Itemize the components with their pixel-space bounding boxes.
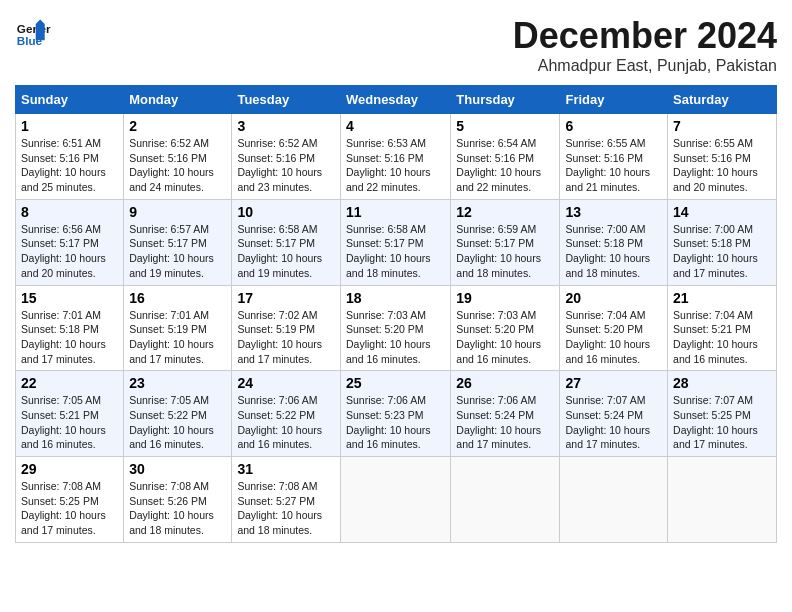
day-info: Sunrise: 7:08 AMSunset: 5:26 PMDaylight:… [129, 480, 214, 536]
day-info: Sunrise: 7:03 AMSunset: 5:20 PMDaylight:… [456, 309, 541, 365]
day-info: Sunrise: 6:55 AMSunset: 5:16 PMDaylight:… [565, 137, 650, 193]
day-number: 19 [456, 290, 554, 306]
weekday-header-sunday: Sunday [16, 86, 124, 114]
day-number: 5 [456, 118, 554, 134]
week-row-2: 8 Sunrise: 6:56 AMSunset: 5:17 PMDayligh… [16, 199, 777, 285]
calendar-cell: 24 Sunrise: 7:06 AMSunset: 5:22 PMDaylig… [232, 371, 341, 457]
logo: General Blue [15, 15, 55, 51]
day-info: Sunrise: 6:52 AMSunset: 5:16 PMDaylight:… [237, 137, 322, 193]
day-info: Sunrise: 7:04 AMSunset: 5:20 PMDaylight:… [565, 309, 650, 365]
calendar-cell [340, 457, 450, 543]
calendar-cell: 11 Sunrise: 6:58 AMSunset: 5:17 PMDaylig… [340, 199, 450, 285]
day-info: Sunrise: 7:05 AMSunset: 5:21 PMDaylight:… [21, 394, 106, 450]
day-number: 11 [346, 204, 445, 220]
day-info: Sunrise: 7:00 AMSunset: 5:18 PMDaylight:… [673, 223, 758, 279]
day-info: Sunrise: 6:57 AMSunset: 5:17 PMDaylight:… [129, 223, 214, 279]
calendar-cell: 29 Sunrise: 7:08 AMSunset: 5:25 PMDaylig… [16, 457, 124, 543]
calendar-cell: 10 Sunrise: 6:58 AMSunset: 5:17 PMDaylig… [232, 199, 341, 285]
calendar-cell: 6 Sunrise: 6:55 AMSunset: 5:16 PMDayligh… [560, 114, 668, 200]
day-info: Sunrise: 7:07 AMSunset: 5:25 PMDaylight:… [673, 394, 758, 450]
calendar-cell: 31 Sunrise: 7:08 AMSunset: 5:27 PMDaylig… [232, 457, 341, 543]
day-info: Sunrise: 7:03 AMSunset: 5:20 PMDaylight:… [346, 309, 431, 365]
day-number: 17 [237, 290, 335, 306]
calendar-cell: 8 Sunrise: 6:56 AMSunset: 5:17 PMDayligh… [16, 199, 124, 285]
day-info: Sunrise: 6:53 AMSunset: 5:16 PMDaylight:… [346, 137, 431, 193]
title-area: December 2024 Ahmadpur East, Punjab, Pak… [513, 15, 777, 75]
day-number: 30 [129, 461, 226, 477]
calendar-cell: 5 Sunrise: 6:54 AMSunset: 5:16 PMDayligh… [451, 114, 560, 200]
week-row-1: 1 Sunrise: 6:51 AMSunset: 5:16 PMDayligh… [16, 114, 777, 200]
day-number: 6 [565, 118, 662, 134]
day-number: 21 [673, 290, 771, 306]
calendar-cell: 14 Sunrise: 7:00 AMSunset: 5:18 PMDaylig… [668, 199, 777, 285]
day-number: 1 [21, 118, 118, 134]
calendar-cell: 18 Sunrise: 7:03 AMSunset: 5:20 PMDaylig… [340, 285, 450, 371]
calendar-cell: 25 Sunrise: 7:06 AMSunset: 5:23 PMDaylig… [340, 371, 450, 457]
logo-icon: General Blue [15, 15, 51, 51]
weekday-header-saturday: Saturday [668, 86, 777, 114]
day-number: 23 [129, 375, 226, 391]
day-number: 8 [21, 204, 118, 220]
weekday-header-tuesday: Tuesday [232, 86, 341, 114]
day-number: 14 [673, 204, 771, 220]
day-info: Sunrise: 6:52 AMSunset: 5:16 PMDaylight:… [129, 137, 214, 193]
day-number: 9 [129, 204, 226, 220]
day-info: Sunrise: 7:05 AMSunset: 5:22 PMDaylight:… [129, 394, 214, 450]
day-number: 12 [456, 204, 554, 220]
day-info: Sunrise: 6:54 AMSunset: 5:16 PMDaylight:… [456, 137, 541, 193]
day-number: 22 [21, 375, 118, 391]
weekday-header-thursday: Thursday [451, 86, 560, 114]
day-info: Sunrise: 6:58 AMSunset: 5:17 PMDaylight:… [237, 223, 322, 279]
day-number: 4 [346, 118, 445, 134]
day-info: Sunrise: 6:55 AMSunset: 5:16 PMDaylight:… [673, 137, 758, 193]
calendar-cell: 13 Sunrise: 7:00 AMSunset: 5:18 PMDaylig… [560, 199, 668, 285]
day-number: 18 [346, 290, 445, 306]
day-number: 25 [346, 375, 445, 391]
week-row-5: 29 Sunrise: 7:08 AMSunset: 5:25 PMDaylig… [16, 457, 777, 543]
month-title: December 2024 [513, 15, 777, 57]
day-number: 31 [237, 461, 335, 477]
weekday-header-friday: Friday [560, 86, 668, 114]
day-info: Sunrise: 7:00 AMSunset: 5:18 PMDaylight:… [565, 223, 650, 279]
location-subtitle: Ahmadpur East, Punjab, Pakistan [513, 57, 777, 75]
day-info: Sunrise: 7:08 AMSunset: 5:27 PMDaylight:… [237, 480, 322, 536]
day-number: 24 [237, 375, 335, 391]
calendar-cell: 23 Sunrise: 7:05 AMSunset: 5:22 PMDaylig… [124, 371, 232, 457]
day-info: Sunrise: 7:07 AMSunset: 5:24 PMDaylight:… [565, 394, 650, 450]
calendar-cell: 9 Sunrise: 6:57 AMSunset: 5:17 PMDayligh… [124, 199, 232, 285]
day-number: 27 [565, 375, 662, 391]
calendar-cell [668, 457, 777, 543]
calendar-cell: 22 Sunrise: 7:05 AMSunset: 5:21 PMDaylig… [16, 371, 124, 457]
day-info: Sunrise: 6:56 AMSunset: 5:17 PMDaylight:… [21, 223, 106, 279]
day-info: Sunrise: 7:08 AMSunset: 5:25 PMDaylight:… [21, 480, 106, 536]
day-info: Sunrise: 7:01 AMSunset: 5:19 PMDaylight:… [129, 309, 214, 365]
calendar-cell: 16 Sunrise: 7:01 AMSunset: 5:19 PMDaylig… [124, 285, 232, 371]
day-info: Sunrise: 7:06 AMSunset: 5:22 PMDaylight:… [237, 394, 322, 450]
day-number: 3 [237, 118, 335, 134]
calendar-cell: 26 Sunrise: 7:06 AMSunset: 5:24 PMDaylig… [451, 371, 560, 457]
calendar-cell: 7 Sunrise: 6:55 AMSunset: 5:16 PMDayligh… [668, 114, 777, 200]
week-row-3: 15 Sunrise: 7:01 AMSunset: 5:18 PMDaylig… [16, 285, 777, 371]
calendar-cell: 1 Sunrise: 6:51 AMSunset: 5:16 PMDayligh… [16, 114, 124, 200]
calendar-cell: 27 Sunrise: 7:07 AMSunset: 5:24 PMDaylig… [560, 371, 668, 457]
calendar-cell: 17 Sunrise: 7:02 AMSunset: 5:19 PMDaylig… [232, 285, 341, 371]
day-number: 15 [21, 290, 118, 306]
day-info: Sunrise: 7:02 AMSunset: 5:19 PMDaylight:… [237, 309, 322, 365]
weekday-header-monday: Monday [124, 86, 232, 114]
calendar-cell: 20 Sunrise: 7:04 AMSunset: 5:20 PMDaylig… [560, 285, 668, 371]
day-number: 28 [673, 375, 771, 391]
calendar-cell: 21 Sunrise: 7:04 AMSunset: 5:21 PMDaylig… [668, 285, 777, 371]
calendar-cell: 19 Sunrise: 7:03 AMSunset: 5:20 PMDaylig… [451, 285, 560, 371]
day-info: Sunrise: 7:04 AMSunset: 5:21 PMDaylight:… [673, 309, 758, 365]
day-number: 7 [673, 118, 771, 134]
day-info: Sunrise: 6:51 AMSunset: 5:16 PMDaylight:… [21, 137, 106, 193]
day-number: 20 [565, 290, 662, 306]
day-number: 2 [129, 118, 226, 134]
calendar-cell: 28 Sunrise: 7:07 AMSunset: 5:25 PMDaylig… [668, 371, 777, 457]
day-number: 13 [565, 204, 662, 220]
day-info: Sunrise: 7:06 AMSunset: 5:24 PMDaylight:… [456, 394, 541, 450]
day-number: 10 [237, 204, 335, 220]
weekday-header-row: SundayMondayTuesdayWednesdayThursdayFrid… [16, 86, 777, 114]
day-number: 16 [129, 290, 226, 306]
calendar-cell: 30 Sunrise: 7:08 AMSunset: 5:26 PMDaylig… [124, 457, 232, 543]
